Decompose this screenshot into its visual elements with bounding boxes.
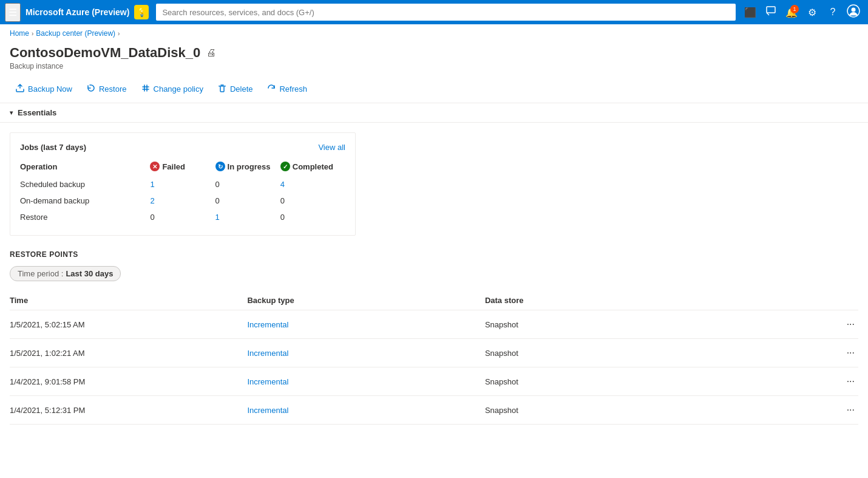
svg-rect-0 xyxy=(767,7,775,13)
failed-cell: 2 xyxy=(150,193,215,209)
failed-cell: 0 xyxy=(150,209,215,225)
col-header-time: Time xyxy=(10,291,247,310)
table-row: 1/5/2021, 5:02:15 AM Incremental Snapsho… xyxy=(10,310,858,339)
change-policy-button[interactable]: Change policy xyxy=(135,80,209,98)
row-context-menu-button[interactable]: ··· xyxy=(843,403,858,417)
table-row: 1/5/2021, 1:02:21 AM Incremental Snapsho… xyxy=(10,339,858,367)
row-actions-cell: ··· xyxy=(722,339,858,367)
breadcrumb-separator-2: › xyxy=(118,30,120,37)
content-area: Jobs (last 7 days) View all Operation ✕ … xyxy=(0,123,868,434)
col-header-operation: Operation xyxy=(20,159,150,176)
delete-label: Delete xyxy=(230,84,253,94)
restore-label: Restore xyxy=(99,84,127,94)
hamburger-menu-button[interactable]: ☰ xyxy=(5,3,21,22)
feedback-icon xyxy=(766,6,776,18)
search-input[interactable] xyxy=(156,4,736,21)
essentials-label: Essentials xyxy=(18,108,56,117)
gear-icon: ⚙ xyxy=(808,7,816,18)
row-context-menu-button[interactable]: ··· xyxy=(843,318,858,331)
failed-count-link[interactable]: 2 xyxy=(150,196,154,205)
breadcrumb-home[interactable]: Home xyxy=(10,29,29,38)
row-context-menu-button[interactable]: ··· xyxy=(843,375,858,388)
change-policy-icon xyxy=(141,84,150,94)
backup-now-button[interactable]: Backup Now xyxy=(10,80,78,98)
inprogress-cell: 1 xyxy=(215,209,280,225)
table-row: 1/4/2021, 5:12:31 PM Incremental Snapsho… xyxy=(10,396,858,425)
completed-cell: 4 xyxy=(280,176,345,193)
page-subtitle: Backup instance xyxy=(10,62,858,70)
inprogress-cell: 0 xyxy=(215,176,280,193)
backup-type-cell: Incremental xyxy=(247,396,484,425)
change-policy-label: Change policy xyxy=(154,84,203,94)
breadcrumb-backup-center[interactable]: Backup center (Preview) xyxy=(36,29,115,38)
data-store-cell: Snapshot xyxy=(485,310,722,339)
top-navigation-bar: ☰ Microsoft Azure (Preview) 💡 ⬛ 🔔 1 ⚙ ? xyxy=(0,0,868,24)
portal-settings-icon[interactable]: 💡 xyxy=(134,5,149,19)
view-all-link[interactable]: View all xyxy=(318,143,345,152)
refresh-button[interactable]: Refresh xyxy=(261,80,313,98)
inprogress-cell: 0 xyxy=(215,193,280,209)
svg-rect-4 xyxy=(219,86,226,87)
topbar-action-icons: ⬛ 🔔 1 ⚙ ? xyxy=(741,2,863,22)
col-header-completed: ✓ Completed xyxy=(280,159,345,176)
table-row: Restore 0 1 0 xyxy=(20,209,345,225)
breadcrumb: Home › Backup center (Preview) › xyxy=(0,24,868,43)
jobs-table: Operation ✕ Failed ↻ In progress xyxy=(20,159,345,225)
restore-points-table: Time Backup type Data store 1/5/2021, 5:… xyxy=(10,291,858,425)
col-header-inprogress: ↻ In progress xyxy=(215,159,280,176)
inprogress-count-link[interactable]: 1 xyxy=(215,213,220,222)
data-store-cell: Snapshot xyxy=(485,367,722,396)
notifications-button[interactable]: 🔔 1 xyxy=(782,2,801,22)
backup-type-cell: Incremental xyxy=(247,339,484,367)
operation-cell: Restore xyxy=(20,209,150,225)
feedback-button[interactable] xyxy=(761,2,781,22)
restore-points-title: RESTORE POINTS xyxy=(10,250,858,259)
completed-status-icon: ✓ xyxy=(280,162,290,171)
table-row: Scheduled backup 1 0 4 xyxy=(20,176,345,193)
backup-now-icon xyxy=(16,84,24,94)
help-button[interactable]: ? xyxy=(823,2,843,22)
cloud-shell-icon: ⬛ xyxy=(744,7,756,18)
notification-count-badge: 1 xyxy=(790,5,799,13)
col-header-failed: ✕ Failed xyxy=(150,159,215,176)
delete-button[interactable]: Delete xyxy=(212,80,259,98)
chevron-down-icon: ▾ xyxy=(10,109,13,116)
essentials-header[interactable]: ▾ Essentials xyxy=(10,108,858,117)
row-actions-cell: ··· xyxy=(722,310,858,339)
delete-icon xyxy=(218,84,226,94)
row-context-menu-button[interactable]: ··· xyxy=(843,346,858,360)
time-cell: 1/4/2021, 5:12:31 PM xyxy=(10,396,247,425)
print-icon[interactable]: 🖨 xyxy=(206,47,216,58)
refresh-label: Refresh xyxy=(279,84,307,94)
data-store-cell: Snapshot xyxy=(485,396,722,425)
time-period-label: Time period : xyxy=(18,269,63,278)
completed-cell: 0 xyxy=(280,193,345,209)
row-actions-cell: ··· xyxy=(722,396,858,425)
account-button[interactable] xyxy=(844,2,863,22)
table-row: On-demand backup 2 0 0 xyxy=(20,193,345,209)
failed-count-link[interactable]: 1 xyxy=(150,180,154,189)
svg-point-3 xyxy=(852,8,856,12)
essentials-section: ▾ Essentials xyxy=(0,103,868,123)
account-icon xyxy=(847,4,860,20)
restore-points-section: RESTORE POINTS Time period : Last 30 day… xyxy=(10,250,858,425)
jobs-title: Jobs (last 7 days) xyxy=(20,143,86,152)
col-header-actions xyxy=(722,291,858,310)
backup-type-cell: Incremental xyxy=(247,367,484,396)
col-header-data-store: Data store xyxy=(485,291,722,310)
completed-cell: 0 xyxy=(280,209,345,225)
settings-button[interactable]: ⚙ xyxy=(802,2,822,22)
completed-count-link[interactable]: 4 xyxy=(280,180,285,189)
time-cell: 1/5/2021, 1:02:21 AM xyxy=(10,339,247,367)
data-store-cell: Snapshot xyxy=(485,339,722,367)
cloud-shell-button[interactable]: ⬛ xyxy=(741,2,760,22)
time-period-filter[interactable]: Time period : Last 30 days xyxy=(10,266,121,281)
failed-status-icon: ✕ xyxy=(150,162,160,171)
question-mark-icon: ? xyxy=(830,7,836,18)
row-actions-cell: ··· xyxy=(722,367,858,396)
jobs-card-header: Jobs (last 7 days) View all xyxy=(20,143,345,152)
jobs-card: Jobs (last 7 days) View all Operation ✕ … xyxy=(10,132,356,236)
inprogress-status-icon: ↻ xyxy=(215,162,225,171)
refresh-icon xyxy=(267,84,276,94)
restore-button[interactable]: Restore xyxy=(81,80,133,98)
